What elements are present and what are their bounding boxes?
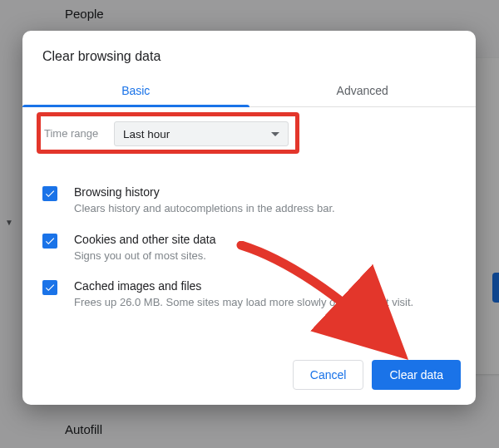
tab-advanced[interactable]: Advanced [250, 76, 477, 106]
option-title: Browsing history [74, 185, 457, 199]
option-desc: Signs you out of most sites. [74, 249, 457, 263]
cancel-button[interactable]: Cancel [293, 360, 364, 390]
chevron-down-icon [271, 132, 279, 136]
dialog-body: Time range Last hour Browsing history Cl… [22, 107, 476, 360]
options-list: Browsing history Clears history and auto… [41, 177, 457, 318]
option-desc: Frees up 26.0 MB. Some sites may load mo… [74, 295, 457, 310]
option-cookies: Cookies and other site data Signs you ou… [41, 224, 457, 272]
option-text: Browsing history Clears history and auto… [74, 185, 457, 216]
clear-browsing-data-dialog: Clear browsing data Basic Advanced Time … [22, 31, 476, 405]
time-range-label: Time range [44, 127, 98, 140]
option-text: Cached images and files Frees up 26.0 MB… [74, 279, 457, 310]
option-title: Cached images and files [74, 279, 457, 293]
option-cache: Cached images and files Frees up 26.0 MB… [41, 271, 457, 318]
time-range-value: Last hour [123, 128, 170, 140]
checkbox-browsing-history[interactable] [42, 186, 57, 201]
clear-data-button[interactable]: Clear data [372, 360, 461, 390]
time-range-row: Time range Last hour [41, 119, 457, 160]
dialog-footer: Cancel Clear data [22, 360, 476, 405]
tabs: Basic Advanced [22, 76, 476, 107]
dialog-title: Clear browsing data [22, 31, 476, 76]
option-title: Cookies and other site data [74, 233, 457, 246]
checkbox-cache[interactable] [42, 280, 57, 295]
time-range-select[interactable]: Last hour [114, 121, 289, 146]
checkbox-cookies[interactable] [42, 234, 57, 249]
option-text: Cookies and other site data Signs you ou… [74, 233, 457, 263]
check-icon [44, 188, 56, 199]
option-desc: Clears history and autocompletions in th… [74, 201, 457, 216]
option-browsing-history: Browsing history Clears history and auto… [41, 177, 457, 224]
check-icon [44, 235, 56, 247]
tab-basic[interactable]: Basic [22, 76, 250, 106]
check-icon [44, 282, 56, 293]
